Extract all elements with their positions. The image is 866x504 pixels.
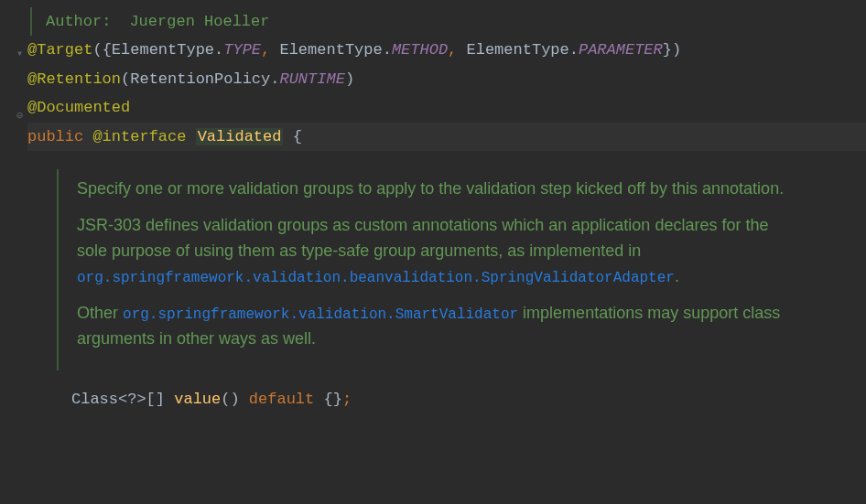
author-name: Juergen Hoeller	[129, 7, 269, 36]
code-editor[interactable]: Author: Juergen Hoeller @Target({Element…	[0, 0, 866, 413]
fold-marker-minus-icon[interactable]: ⊖	[16, 106, 23, 126]
target-annotation: @Target	[27, 41, 92, 59]
fold-marker-collapse-icon[interactable]: ▾	[16, 44, 23, 64]
javadoc-paragraph: Other org.springframework.validation.Sma…	[77, 301, 796, 352]
documented-annotation: @Documented	[27, 99, 130, 116]
editor-gutter: ▾ ⊖	[0, 0, 26, 504]
author-label: Author:	[46, 7, 111, 36]
author-line: Author: Juergen Hoeller	[46, 7, 866, 36]
target-annotation-line: @Target({ElementType.TYPE, ElementType.M…	[27, 36, 866, 64]
method-name: value	[174, 391, 221, 408]
javadoc-block: Specify one or more validation groups to…	[57, 169, 866, 370]
class-name: Validated	[196, 128, 284, 145]
retention-annotation: @Retention	[27, 70, 121, 88]
class-declaration-line: public @interface Validated {	[27, 123, 866, 151]
retention-annotation-line: @Retention(RetentionPolicy.RUNTIME)	[27, 65, 866, 93]
javadoc-code-ref[interactable]: org.springframework.validation.SmartVali…	[123, 306, 518, 323]
documented-annotation-line: @Documented	[27, 93, 866, 122]
javadoc-paragraph: JSR-303 defines validation groups as cus…	[77, 213, 796, 290]
javadoc-paragraph: Specify one or more validation groups to…	[77, 177, 796, 202]
javadoc-author-block: Author: Juergen Hoeller	[30, 7, 866, 36]
javadoc-code-ref[interactable]: org.springframework.validation.beanvalid…	[77, 270, 675, 286]
method-declaration-line: Class<?>[] value() default {};	[71, 385, 866, 413]
